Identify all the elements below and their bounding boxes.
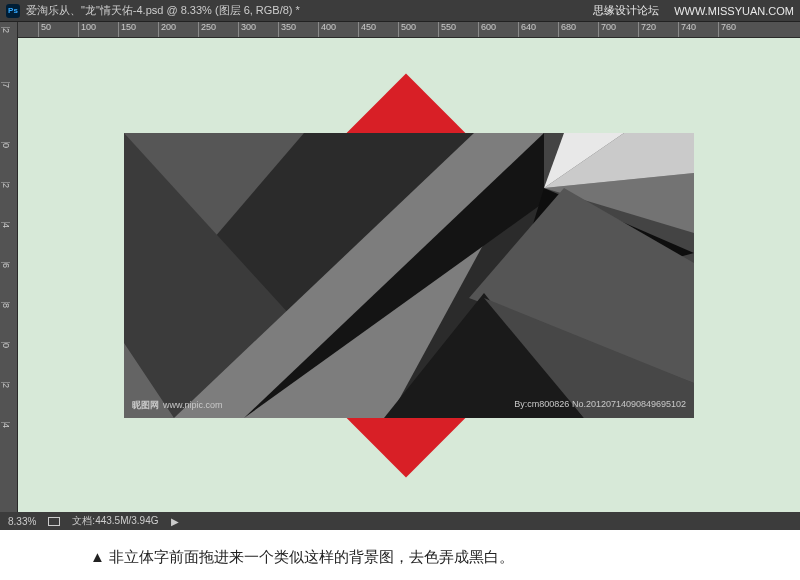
ruler-tick: 760 bbox=[718, 22, 736, 38]
ruler-tick: 4 bbox=[1, 422, 10, 428]
zoom-level[interactable]: 8.33% bbox=[8, 516, 36, 527]
vertical-ruler[interactable]: 2702468024 bbox=[0, 22, 18, 512]
artwork-footer: 昵图网 www.nipic.com By:cm800826 No.2012071… bbox=[132, 399, 686, 412]
ruler-tick: 400 bbox=[318, 22, 336, 38]
nipic-url: www.nipic.com bbox=[163, 400, 223, 410]
forum-name: 思缘设计论坛 bbox=[593, 3, 659, 18]
window-arrange-icon[interactable] bbox=[48, 517, 60, 526]
ruler-tick: 680 bbox=[558, 22, 576, 38]
horizontal-ruler[interactable]: 5010015020025030035040045050055060064068… bbox=[18, 22, 800, 38]
ruler-tick: 720 bbox=[638, 22, 656, 38]
ruler-tick: 2 bbox=[1, 27, 10, 33]
geo-svg bbox=[124, 133, 694, 418]
titlebar: Ps 爱淘乐从、"龙"情天佑-4.psd @ 8.33% (图层 6, RGB/… bbox=[0, 0, 800, 22]
ruler-tick: 740 bbox=[678, 22, 696, 38]
photoshop-icon: Ps bbox=[6, 4, 20, 18]
titlebar-watermark: 思缘设计论坛 WWW.MISSYUAN.COM bbox=[593, 3, 794, 18]
document-title: 爱淘乐从、"龙"情天佑-4.psd @ 8.33% (图层 6, RGB/8) … bbox=[26, 3, 300, 18]
nipic-logo-text: 昵图网 bbox=[132, 399, 159, 412]
status-arrow-icon[interactable]: ▶ bbox=[171, 516, 179, 527]
ruler-tick: 700 bbox=[598, 22, 616, 38]
forum-url: WWW.MISSYUAN.COM bbox=[674, 5, 794, 17]
ruler-tick: 4 bbox=[1, 222, 10, 228]
ruler-tick: 200 bbox=[158, 22, 176, 38]
ruler-tick: 0 bbox=[1, 142, 10, 148]
status-bar: 8.33% 文档:443.5M/3.94G ▶ bbox=[0, 512, 800, 530]
ruler-tick: 500 bbox=[398, 22, 416, 38]
geometric-bg-image: 昵图网 www.nipic.com By:cm800826 No.2012071… bbox=[124, 133, 694, 418]
ruler-tick: 250 bbox=[198, 22, 216, 38]
ruler-tick: 640 bbox=[518, 22, 536, 38]
artwork-document: 昵图网 www.nipic.com By:cm800826 No.2012071… bbox=[124, 103, 694, 448]
doc-size[interactable]: 文档:443.5M/3.94G bbox=[72, 514, 158, 528]
ruler-tick: 600 bbox=[478, 22, 496, 38]
ruler-tick: 550 bbox=[438, 22, 456, 38]
ruler-tick: 100 bbox=[78, 22, 96, 38]
ruler-tick: 150 bbox=[118, 22, 136, 38]
ruler-tick: 450 bbox=[358, 22, 376, 38]
ruler-tick: 300 bbox=[238, 22, 256, 38]
canvas[interactable]: 昵图网 www.nipic.com By:cm800826 No.2012071… bbox=[18, 38, 800, 512]
tutorial-caption: ▲ 非立体字前面拖进来一个类似这样的背景图，去色弄成黑白。 bbox=[0, 530, 800, 577]
artwork-credit: By:cm800826 No.20120714090849695102 bbox=[514, 399, 686, 412]
photoshop-app: Ps 爱淘乐从、"龙"情天佑-4.psd @ 8.33% (图层 6, RGB/… bbox=[0, 0, 800, 530]
ruler-tick: 50 bbox=[38, 22, 51, 38]
ruler-tick: 6 bbox=[1, 262, 10, 268]
ruler-tick: 0 bbox=[1, 342, 10, 348]
ruler-tick: 7 bbox=[1, 82, 10, 88]
ruler-tick: 2 bbox=[1, 382, 10, 388]
ruler-tick: 2 bbox=[1, 182, 10, 188]
ruler-tick: 8 bbox=[1, 302, 10, 308]
ruler-tick: 350 bbox=[278, 22, 296, 38]
